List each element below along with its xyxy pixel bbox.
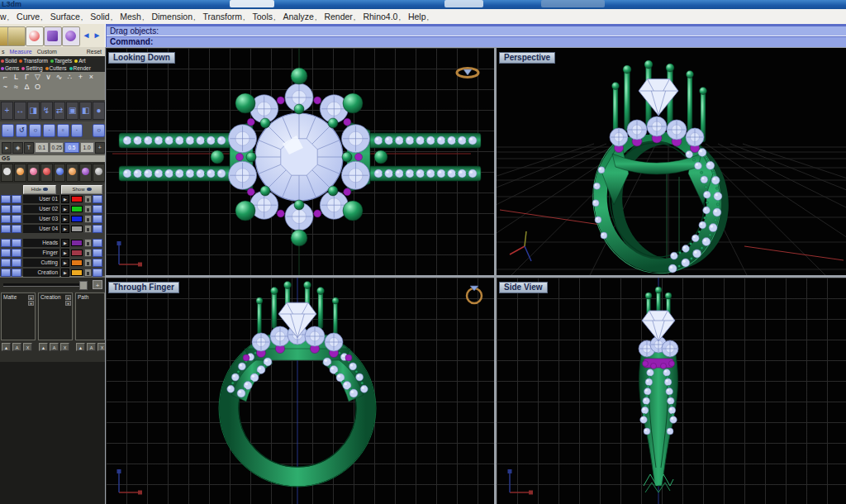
up-arrow-button[interactable]: ▴ [28, 295, 34, 300]
menu-mesh[interactable]: Mesh, [120, 12, 144, 21]
layer-name[interactable]: User 02 [23, 205, 59, 213]
group-box-matte[interactable]: Matte ▴ ▾ [1, 292, 36, 340]
jewelry-tool-icon[interactable] [66, 164, 78, 182]
curve-tool-icon[interactable]: ⌐ [0, 72, 11, 82]
layer-color-swatch[interactable] [71, 250, 83, 256]
layer-toggle-button[interactable] [93, 205, 102, 213]
layer-toggle-button[interactable] [1, 259, 11, 267]
layer-name[interactable]: User 01 [23, 195, 59, 203]
viewport-label[interactable]: Through Finger [108, 282, 179, 293]
globe-render-icon[interactable]: ● [93, 102, 105, 120]
curve-tool-icon[interactable]: + [75, 72, 86, 82]
curve-tool-icon[interactable]: ~ [0, 82, 11, 92]
layer-toggle-button[interactable] [1, 205, 11, 213]
scale-tool-icon[interactable]: ◧ [79, 102, 92, 120]
purple-cube-icon[interactable] [44, 26, 62, 46]
layer-color-swatch[interactable] [71, 269, 83, 276]
menu-render[interactable]: Render, [324, 12, 355, 21]
curve-tool-icon[interactable]: × [86, 72, 97, 82]
curve-tool-icon[interactable]: ∨ [43, 72, 54, 82]
group-box-creation[interactable]: Creation ▴ ▾ [38, 292, 73, 340]
category-gems[interactable]: Gems [1, 65, 19, 71]
layer-toggle-button[interactable] [12, 249, 21, 257]
snap-value-0.5-selected[interactable]: 0.5 [64, 142, 78, 153]
layer-toggle-button[interactable] [93, 195, 102, 203]
jewelry-tool-icon[interactable] [27, 164, 40, 182]
tab-partial[interactable]: s [2, 49, 5, 55]
option-button[interactable]: ▫ [57, 124, 69, 137]
menu-curve[interactable]: Curve, [17, 12, 43, 21]
slider-track[interactable] [3, 283, 83, 287]
jewelry-tool-icon[interactable] [54, 164, 66, 182]
layer-arrow-button[interactable]: ▶ [61, 249, 69, 257]
layer-toggle-button[interactable] [12, 215, 21, 223]
window-titlebar[interactable]: L3dm [0, 0, 846, 9]
layer-toggle-button[interactable] [1, 249, 11, 257]
down-arrow-button[interactable]: ▾ [65, 301, 71, 306]
layer-arrow-button[interactable]: ▶ [61, 259, 69, 267]
layer-color-swatch[interactable] [71, 196, 83, 202]
command-area[interactable]: Drag objects: Command: [105, 24, 846, 47]
layer-toggle-button[interactable] [12, 269, 21, 277]
category-render[interactable]: Render [69, 65, 91, 71]
layer-toggle-button[interactable] [1, 195, 11, 203]
forward-arrow-button[interactable]: ► [93, 29, 102, 42]
move-tool-icon[interactable]: + [1, 102, 13, 120]
array-tool-icon[interactable]: ▣ [66, 102, 78, 120]
gem-lasso-icon[interactable] [62, 26, 80, 46]
group-a-button[interactable]: A [50, 343, 59, 351]
category-solid[interactable]: Solid [1, 58, 17, 64]
menu-dimension[interactable]: Dimension, [151, 12, 195, 21]
layer-toggle-button[interactable] [93, 225, 102, 233]
viewport-through-finger[interactable]: Through Finger [106, 278, 494, 504]
lock-icon[interactable] [84, 215, 92, 223]
lock-icon[interactable] [84, 259, 92, 267]
reset-button[interactable]: Reset [87, 49, 102, 55]
curve-tool-icon[interactable]: O [32, 82, 43, 92]
curve-tool-icon[interactable]: Δ [21, 82, 32, 92]
jewelry-tool-icon[interactable] [79, 164, 92, 182]
group-delete-button[interactable]: X [60, 343, 69, 351]
layer-toggle-button[interactable] [12, 259, 21, 267]
category-cutters[interactable]: Cutters [45, 65, 67, 71]
layer-toggle-button[interactable] [12, 195, 21, 203]
explode-tool-icon[interactable]: ↯ [40, 102, 53, 120]
layer-arrow-button[interactable]: ▶ [61, 205, 69, 213]
viewport-looking-down[interactable]: Looking Down [106, 48, 494, 275]
viewport-perspective[interactable]: Perspective [497, 48, 846, 275]
curve-tool-icon[interactable]: Γ [21, 72, 32, 82]
group-up-button[interactable]: ▲ [39, 343, 48, 351]
layer-name[interactable]: Creation [23, 269, 59, 277]
jewelry-tool-icon[interactable] [40, 164, 53, 182]
layer-toggle-button[interactable] [93, 269, 102, 277]
layer-toggle-button[interactable] [12, 239, 21, 247]
slider-handle[interactable] [79, 281, 88, 290]
layer-name[interactable]: User 03 [23, 215, 59, 223]
copy-tool-icon[interactable]: ◨ [27, 102, 40, 120]
layer-toggle-button[interactable] [1, 239, 11, 247]
menu-help[interactable]: Help, [408, 12, 429, 21]
menu-analyze[interactable]: Analyze, [283, 12, 317, 21]
tab-custom[interactable]: Custom [37, 49, 57, 55]
group-delete-button[interactable]: X [23, 343, 32, 351]
cross-move-icon[interactable]: + [95, 142, 105, 154]
layer-name[interactable]: Finger [23, 249, 59, 257]
menu-transform[interactable]: Transform, [203, 12, 245, 21]
option-button[interactable]: ↺ [16, 124, 28, 137]
viewport-side-view[interactable]: Side View [497, 278, 846, 504]
layer-color-swatch[interactable] [71, 259, 83, 266]
layer-name[interactable]: User 04 [23, 225, 59, 233]
layer-color-swatch[interactable] [71, 216, 83, 222]
group-up-button[interactable]: ▲ [2, 343, 11, 351]
layer-arrow-button[interactable]: ▶ [61, 225, 69, 233]
option-button[interactable]: · [71, 124, 83, 137]
layer-toggle-button[interactable] [93, 215, 102, 223]
layer-arrow-button[interactable]: ▶ [61, 195, 69, 203]
layer-arrow-button[interactable]: ▶ [61, 215, 69, 223]
layer-toggle-button[interactable] [1, 215, 11, 223]
mirror-tool-icon[interactable]: ⇄ [54, 102, 66, 120]
snap-value-1.0[interactable]: 1.0 [80, 142, 94, 153]
back-arrow-button[interactable]: ◄ [82, 29, 91, 42]
viewport-label[interactable]: Perspective [499, 52, 555, 64]
material-gold-icon[interactable] [7, 26, 26, 46]
